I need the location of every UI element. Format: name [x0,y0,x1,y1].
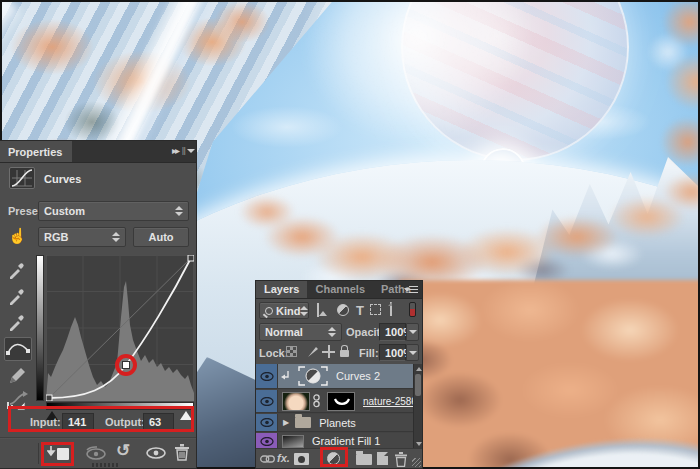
eye-icon [260,418,274,427]
expand-triangle-icon[interactable]: ▶ [283,418,289,427]
opacity-field[interactable]: 100% [379,323,406,341]
adjustment-thumbnail[interactable] [298,366,328,386]
eye-icon [260,397,274,406]
updown-icon [112,232,120,242]
properties-footer: ↺ [0,439,196,468]
lock-position-icon[interactable] [322,345,335,358]
layer-list: Curves 2 nature-2586... ▶ [256,364,422,449]
annotation-clip-rect [41,442,74,466]
link-mask-icon[interactable] [313,394,320,408]
layer-thumbnail[interactable] [282,392,310,411]
filter-shape-layers-icon[interactable] [370,304,381,315]
curves-badge-icon [9,167,35,189]
white-eyedropper-icon[interactable] [8,313,26,331]
gray-eyedropper-icon[interactable] [8,287,26,305]
curve-tool-icon [5,338,31,360]
eye-toggle[interactable] [256,390,278,412]
pencil-tool-icon[interactable] [8,367,26,385]
photoshop-workspace: Properties ▸▸ ‖ Curves Preset: Custom ☝ … [0,0,700,469]
preset-select[interactable]: Custom [38,201,189,221]
collapse-panel-icon[interactable]: ▸▸ [172,145,178,156]
updown-icon [300,306,308,316]
panel-separator: ‖ [181,145,186,157]
channel-select[interactable]: RGB [38,227,126,247]
mask-thumbnail[interactable] [327,392,355,411]
opacity-dropdown-button[interactable] [406,323,419,341]
lock-all-icon[interactable] [340,350,349,357]
filter-type-layers-icon[interactable]: T [356,303,364,318]
reset-icon[interactable]: ↺ [116,440,130,461]
scroll-up-icon[interactable] [416,367,422,371]
view-previous-state-icon[interactable] [84,446,108,460]
panel-grabber[interactable] [92,463,120,467]
filter-adjustment-layers-icon[interactable] [337,304,349,316]
panel-title: Curves [44,173,81,185]
blend-mode-select[interactable]: Normal [259,323,342,341]
black-eyedropper-icon[interactable] [8,261,26,279]
updown-icon [175,206,183,216]
divider [38,443,39,464]
auto-button[interactable]: Auto [133,227,189,247]
group-folder-icon [295,417,311,428]
lock-row: Lock: Fill: 100% [256,345,422,363]
eye-icon [260,372,274,381]
layer-row-curves-2[interactable]: Curves 2 [256,364,422,389]
panel-caret-icon[interactable] [187,149,195,153]
gradient-thumbnail[interactable] [282,435,304,448]
annotation-io-rect [8,406,194,432]
visibility-eye-icon[interactable] [145,447,167,460]
curve-point[interactable] [123,362,130,369]
layer-name: Planets [319,417,356,429]
layer-name: Gradient Fill 1 [312,435,380,447]
tab-properties[interactable]: Properties [0,141,72,162]
layer-row-nature[interactable]: nature-2586... [256,390,422,413]
properties-tabbar: Properties ▸▸ ‖ [0,141,196,163]
output-gradient-strip [36,255,44,401]
tab-channels[interactable]: Channels [307,281,373,298]
filter-pixel-layers-icon[interactable] [317,303,319,317]
new-layer-icon[interactable] [377,452,388,465]
layer-name: Curves 2 [336,370,380,382]
filter-smart-objects-icon[interactable] [390,302,392,316]
targeted-adjustment-icon[interactable]: ☝ [8,227,27,245]
edge-trees [638,2,698,192]
layer-list-scrollbar[interactable] [413,364,422,449]
filter-kind-select[interactable]: Kind [259,302,309,319]
updown-icon [328,327,336,337]
fill-dropdown-button[interactable] [406,344,419,361]
eye-toggle[interactable] [256,414,278,431]
annotation-adjustment-rect [320,447,348,467]
layers-tabbar: Layers Channels Paths [256,281,422,299]
eye-icon [260,437,274,446]
edit-points-tool[interactable] [4,337,32,361]
layers-panel: Layers Channels Paths Kind T Normal Opac… [255,280,423,469]
curves-graph[interactable] [46,255,194,403]
tab-layers[interactable]: Layers [256,281,307,298]
fill-label: Fill: [359,347,379,359]
delete-layer-icon[interactable] [394,452,408,467]
fill-field[interactable]: 100% [379,344,406,361]
search-icon [265,307,273,315]
eye-toggle[interactable] [256,364,278,388]
properties-panel: Properties ▸▸ ‖ Curves Preset: Custom ☝ … [0,140,197,469]
panel-resize-grip[interactable] [412,458,421,467]
eye-toggle[interactable] [256,433,278,449]
panel-menu-icon[interactable] [404,286,418,294]
highlight-point[interactable] [188,255,194,261]
delete-trash-icon[interactable] [174,444,190,461]
lock-label: Lock: [259,347,288,359]
layer-row-planets[interactable]: ▶ Planets [256,414,422,432]
layer-style-fx-icon[interactable]: fx. [277,452,290,464]
scroll-thumb[interactable] [415,374,421,396]
lock-transparency-icon[interactable] [286,346,297,357]
clip-arrow-icon [281,371,290,382]
filter-toggle-switch[interactable] [409,302,416,317]
scroll-down-icon[interactable] [416,442,422,446]
link-layers-icon[interactable] [260,455,275,463]
add-mask-icon[interactable] [294,453,309,465]
shadow-point[interactable] [46,395,52,401]
blend-row: Normal Opacity: 100% [256,323,422,344]
new-group-icon[interactable] [356,454,372,465]
lock-pixels-brush-icon[interactable] [303,345,318,360]
